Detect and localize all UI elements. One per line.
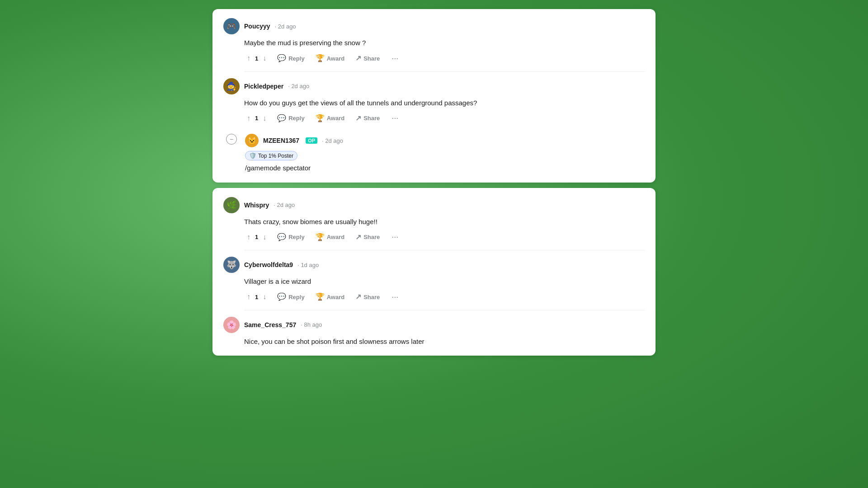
reply-icon: 💬 (277, 234, 286, 241)
timestamp-whispry: · 2d ago (274, 202, 295, 208)
username-pickled: Pickledpeper (244, 83, 283, 90)
share-button-poucyyy[interactable]: ↗ Share (353, 53, 382, 64)
timestamp-pickled: · 2d ago (288, 83, 309, 89)
award-button-pickled[interactable]: 🏆 Award (313, 113, 348, 124)
more-button-whispry[interactable]: ··· (388, 230, 402, 244)
award-button-cyber[interactable]: 🏆 Award (313, 291, 348, 302)
avatar-pickled: 🧙 (223, 78, 240, 94)
comment-item-cyber: 🐺 Cyberwolfdelta9 · 1d ago Villager is a… (223, 257, 645, 304)
timestamp-same: · 8h ago (301, 321, 322, 328)
vote-section-pickled: ↑ 1 ↓ (244, 113, 269, 124)
comment-header-cyber: 🐺 Cyberwolfdelta9 · 1d ago (223, 257, 645, 273)
share-icon: ↗ (355, 293, 361, 300)
collapse-button-mzeen[interactable]: − (226, 134, 237, 145)
share-icon: ↗ (355, 55, 361, 62)
reply-button-cyber[interactable]: 💬 Reply (274, 291, 307, 302)
comment-item-poucyyy: 🎮 Poucyyy · 2d ago Maybe the mud is pres… (223, 18, 645, 65)
reply-button-pickled[interactable]: 💬 Reply (274, 113, 307, 124)
award-icon: 🏆 (316, 234, 325, 241)
award-icon: 🏆 (316, 55, 325, 62)
username-poucyyy: Poucyyy (244, 23, 270, 30)
upvote-icon: ↑ (247, 55, 250, 62)
reply-button-poucyyy[interactable]: 💬 Reply (274, 53, 307, 64)
avatar-same: 🌸 (223, 317, 240, 333)
upvote-icon: ↑ (247, 293, 250, 300)
comment-header-pickled: 🧙 Pickledpeper · 2d ago (223, 78, 645, 94)
separator-2 (244, 250, 645, 250)
comment-body-pickled: How do you guys get the views of all the… (244, 98, 645, 108)
downvote-poucyyy[interactable]: ↓ (260, 53, 269, 64)
comment-thread-1: 🎮 Poucyyy · 2d ago Maybe the mud is pres… (223, 18, 645, 174)
upvote-pickled[interactable]: ↑ (244, 113, 253, 124)
comment-thread-2: 🌿 Whispry · 2d ago Thats crazy, snow bio… (223, 197, 645, 347)
downvote-icon: ↓ (263, 115, 266, 122)
vote-count-poucyyy: 1 (255, 55, 258, 62)
poster-badge-mzeen: 🛡️ Top 1% Poster (245, 150, 645, 160)
timestamp-mzeen: · 2d ago (322, 137, 343, 144)
comment-body-mzeen: /gamemode spectator (245, 163, 645, 174)
avatar-mzeen: 🐱 (245, 134, 259, 147)
op-badge-mzeen: OP (306, 137, 317, 144)
upvote-icon: ↑ (247, 234, 250, 241)
avatar-poucyyy: 🎮 (223, 18, 240, 34)
reply-icon: 💬 (277, 293, 286, 300)
badge-icon-mzeen: 🛡️ (249, 152, 256, 159)
reply-icon: 💬 (277, 55, 286, 62)
reply-icon: 💬 (277, 115, 286, 122)
nested-comment-mzeen: − 🐱 MZEEN1367 OP · 2d ago 🛡️ Top 1% Post… (223, 134, 645, 174)
comment-header-poucyyy: 🎮 Poucyyy · 2d ago (223, 18, 645, 34)
username-cyber: Cyberwolfdelta9 (244, 261, 293, 268)
share-icon: ↗ (355, 234, 361, 241)
more-button-pickled[interactable]: ··· (388, 112, 402, 125)
award-button-whispry[interactable]: 🏆 Award (313, 232, 348, 243)
downvote-icon: ↓ (263, 293, 266, 300)
more-button-poucyyy[interactable]: ··· (388, 52, 402, 65)
comment-body-cyber: Villager is a ice wizard (244, 277, 645, 287)
nested-left-mzeen: − (223, 134, 240, 174)
upvote-icon: ↑ (247, 115, 250, 122)
upvote-whispry[interactable]: ↑ (244, 232, 253, 243)
action-row-pickled: ↑ 1 ↓ 💬 Reply 🏆 Award ↗ Share (244, 112, 645, 125)
downvote-pickled[interactable]: ↓ (260, 113, 269, 124)
downvote-icon: ↓ (263, 55, 266, 62)
upvote-poucyyy[interactable]: ↑ (244, 53, 253, 64)
comment-header-whispry: 🌿 Whispry · 2d ago (223, 197, 645, 213)
award-icon: 🏆 (316, 293, 325, 300)
downvote-whispry[interactable]: ↓ (260, 232, 269, 243)
comment-item-same: 🌸 Same_Cress_757 · 8h ago Nice, you can … (223, 317, 645, 347)
action-row-poucyyy: ↑ 1 ↓ 💬 Reply 🏆 Award ↗ Share (244, 52, 645, 65)
avatar-cyber: 🐺 (223, 257, 240, 273)
username-mzeen: MZEEN1367 (263, 137, 299, 144)
nested-content-mzeen: 🐱 MZEEN1367 OP · 2d ago 🛡️ Top 1% Poster… (240, 134, 645, 174)
comment-item-pickled: 🧙 Pickledpeper · 2d ago How do you guys … (223, 78, 645, 174)
downvote-icon: ↓ (263, 234, 266, 241)
downvote-cyber[interactable]: ↓ (260, 291, 269, 302)
comment-card-2: 🌿 Whispry · 2d ago Thats crazy, snow bio… (212, 188, 656, 356)
upvote-cyber[interactable]: ↑ (244, 291, 253, 302)
vote-count-cyber: 1 (255, 294, 258, 300)
username-same: Same_Cress_757 (244, 321, 296, 328)
vote-count-pickled: 1 (255, 115, 258, 122)
vote-section-poucyyy: ↑ 1 ↓ (244, 53, 269, 64)
vote-section-cyber: ↑ 1 ↓ (244, 291, 269, 302)
reply-button-whispry[interactable]: 💬 Reply (274, 232, 307, 243)
award-icon: 🏆 (316, 115, 325, 122)
award-button-poucyyy[interactable]: 🏆 Award (313, 53, 348, 64)
timestamp-poucyyy: · 2d ago (275, 23, 296, 30)
vote-section-whispry: ↑ 1 ↓ (244, 232, 269, 243)
comment-body-poucyyy: Maybe the mud is preserving the snow ? (244, 38, 645, 48)
share-button-whispry[interactable]: ↗ Share (353, 232, 382, 243)
share-icon: ↗ (355, 115, 361, 122)
action-row-cyber: ↑ 1 ↓ 💬 Reply 🏆 Award ↗ Share (244, 291, 645, 304)
separator-3 (244, 310, 645, 310)
comment-body-same: Nice, you can be shot poison first and s… (244, 337, 645, 347)
vote-count-whispry: 1 (255, 234, 258, 240)
comment-body-whispry: Thats crazy, snow biomes are usually hug… (244, 217, 645, 227)
share-button-cyber[interactable]: ↗ Share (353, 291, 382, 302)
comment-card-1: 🎮 Poucyyy · 2d ago Maybe the mud is pres… (212, 9, 656, 183)
timestamp-cyber: · 1d ago (297, 262, 319, 268)
more-button-cyber[interactable]: ··· (388, 291, 402, 304)
comment-header-mzeen: 🐱 MZEEN1367 OP · 2d ago (245, 134, 645, 147)
avatar-whispry: 🌿 (223, 197, 240, 213)
share-button-pickled[interactable]: ↗ Share (353, 113, 382, 124)
